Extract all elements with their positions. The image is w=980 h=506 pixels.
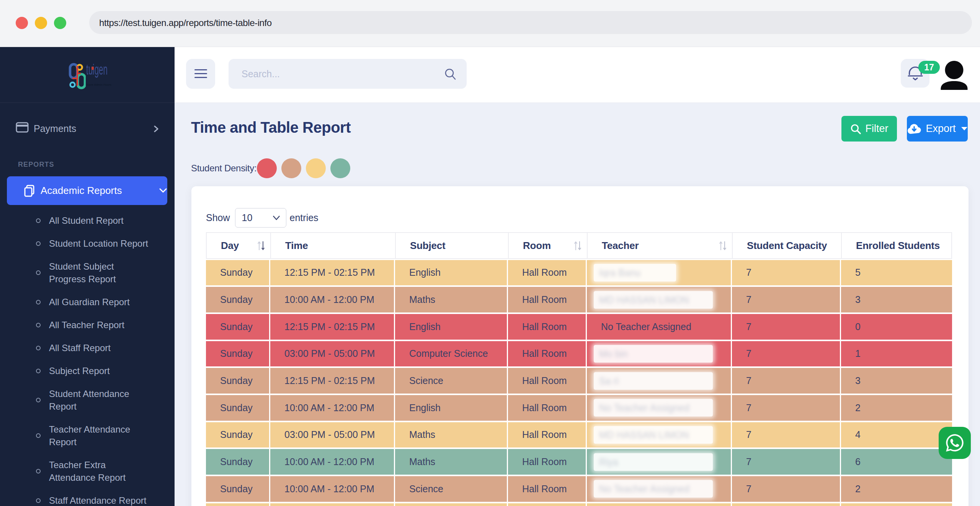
cell-teacher: No Teacher Assigned [587,314,732,340]
sidebar-item-all-teacher-report[interactable]: All Teacher Report [0,319,175,331]
sidebar-item-label: Student Subject Progress Report [49,260,149,285]
cell-day: Sunday [206,422,270,448]
sidebar-item-academic-reports[interactable]: Academic Reports [7,176,167,205]
sidebar-item-subject-report[interactable]: Subject Report [0,364,175,377]
cell-time: 10:00 AM - 12:00 PM [270,395,395,421]
cell-capacity [732,503,841,506]
sidebar-item-all-student-report[interactable]: All Student Report [0,214,175,227]
cell-teacher: Riya [587,449,732,475]
search-box [229,59,467,89]
column-label: Teacher [602,240,639,252]
cell-teacher: MD HASSAN LIMON [587,287,732,312]
cell-time: 03:00 PM - 05:00 PM [270,422,395,448]
sidebar-item-staff-attendance-report[interactable]: Staff Attendance Report [0,494,175,506]
ghost-teacher-text: Riya [594,453,713,471]
sort-icon [256,241,266,251]
cell-teacher: No Teacher Assigned [587,395,732,421]
cell-time: 12:15 PM - 02:15 PM [270,314,395,340]
sidebar-item-all-guardian-report[interactable]: All Guardian Report [0,296,175,308]
column-header-student-capacity: Student Capacity [732,232,841,259]
cell-time: 10:00 AM - 12:00 PM [270,476,395,502]
sidebar-submenu: All Student ReportStudent Location Repor… [0,214,175,506]
column-header-day[interactable]: Day [206,232,270,259]
density-label: Student Density: [191,163,256,174]
cell-subject: Maths [395,287,508,312]
search-filter-icon [850,124,861,134]
column-header-teacher[interactable]: Teacher [587,232,732,259]
cell-capacity: 7 [732,287,841,312]
sidebar-item-label: All Student Report [49,214,124,227]
cell-room: Hall Room [508,449,587,475]
sidebar-item-teacher-extra-attendance-report[interactable]: Teacher Extra Attendance Report [0,459,175,484]
select-chevron-icon [273,215,280,221]
redacted-teacher-name: No Teacher Assigned [594,399,713,417]
sidebar-item-label: Subject Report [49,364,110,377]
sidebar-item-label: Teacher Attendance Report [49,423,149,448]
menu-toggle-button[interactable] [186,59,215,89]
sidebar-item-student-location-report[interactable]: Student Location Report [0,237,175,250]
traffic-minimize-button[interactable] [35,17,47,29]
browser-chrome: https://test.tuigen.app/reports/time-tab… [0,0,980,47]
brand-name: tuigen [86,62,108,78]
sidebar-item-teacher-attendance-report[interactable]: Teacher Attendance Report [0,423,175,448]
cell-time: 03:00 PM - 05:00 PM [270,341,395,367]
cell-room [508,503,587,506]
density-dot-4 [330,158,350,178]
traffic-zoom-button[interactable] [54,17,66,29]
cell-capacity: 7 [732,395,841,421]
search-input[interactable] [242,59,441,89]
cell-teacher: MD HASSAN LIMON [587,422,732,448]
cell-teacher: Iqra Banu [587,260,732,286]
cell-enrolled [841,503,952,506]
cell-time: 10:00 AM - 12:00 PM [270,287,395,312]
cell-subject: Computer Science [395,341,508,367]
ghost-teacher-text: MD HASSAN LIMON [594,426,713,444]
column-header-room[interactable]: Room [508,232,587,259]
redacted-teacher-name: MD HASSAN LIMON [594,426,713,444]
ghost-teacher-text: Mo bin [594,345,713,363]
search-icon[interactable] [444,68,456,80]
export-button[interactable]: Export [907,116,968,142]
ghost-teacher-text: MD HASSAN LIMON [594,291,713,309]
brand-tagline: Save Admin Hours [87,83,111,86]
redacted-teacher-name: No Teacher Assigned [594,480,713,498]
column-label: Day [221,240,239,252]
density-dot-3 [306,158,326,178]
redacted-teacher-name: MD HASSAN LIMON [594,291,713,309]
ghost-teacher-text: No Teacher Assigned [594,480,713,498]
page-length-select[interactable]: 10 [235,208,286,228]
sidebar-item-label: Student Attendance Report [49,387,149,413]
sidebar-logo[interactable]: tuigen Save Admin Hours [0,47,175,103]
column-label: Time [285,240,308,252]
tuigen-logo-icon [68,63,86,89]
sidebar-item-student-subject-progress-report[interactable]: Student Subject Progress Report [0,260,175,285]
cell-subject: English [395,260,508,286]
filter-label: Filter [866,123,889,135]
whatsapp-float-button[interactable] [939,427,971,459]
entries-label: entries [290,212,318,223]
user-avatar[interactable] [940,59,969,90]
cell-room: Hall Room [508,314,587,340]
cell-time: 10:00 AM - 12:00 PM [270,449,395,475]
cell-capacity: 7 [732,422,841,448]
redacted-teacher-name: Mo bin [594,345,713,363]
sidebar-item-student-attendance-report[interactable]: Student Attendance Report [0,387,175,413]
cell-room: Hall Room [508,260,587,286]
column-header-subject: Subject [395,232,508,259]
cell-subject: Maths [395,422,508,448]
cell-capacity: 7 [732,476,841,502]
redacted-teacher-name: Iqra Banu [594,264,676,281]
cell-day: Sunday [206,368,270,394]
cell-room: Hall Room [508,368,587,394]
sidebar-item-label: Teacher Extra Attendance Report [49,459,149,484]
chevron-down-icon [159,188,167,193]
filter-button[interactable]: Filter [841,116,897,142]
export-label: Export [926,123,956,135]
cell-capacity: 7 [732,260,841,286]
sidebar-item-payments[interactable]: Payments [0,117,175,140]
url-bar[interactable]: https://test.tuigen.app/reports/time-tab… [89,11,972,34]
cell-room: Hall Room [508,341,587,367]
sidebar-item-all-staff-report[interactable]: All Staff Report [0,342,175,354]
ghost-teacher-text: No Teacher Assigned [594,399,713,417]
traffic-close-button[interactable] [16,17,28,29]
